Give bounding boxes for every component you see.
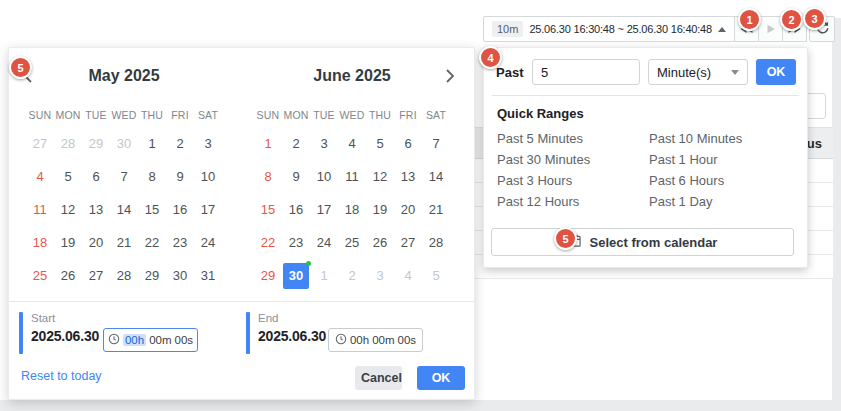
day-cell[interactable]: 26 xyxy=(366,226,394,259)
day-cell[interactable]: 7 xyxy=(110,160,138,193)
day-cell[interactable]: 12 xyxy=(54,193,82,226)
past-value-input[interactable] xyxy=(532,59,640,85)
quick-range-item[interactable]: Past 1 Hour xyxy=(649,153,742,166)
day-cell[interactable]: 29 xyxy=(254,259,282,292)
day-cell[interactable]: 18 xyxy=(338,193,366,226)
day-cell[interactable]: 22 xyxy=(138,226,166,259)
day-cell[interactable]: 12 xyxy=(366,160,394,193)
day-cell[interactable]: 3 xyxy=(310,127,338,160)
day-cell[interactable]: 8 xyxy=(254,160,282,193)
day-cell[interactable]: 10 xyxy=(194,160,222,193)
day-cell[interactable]: 14 xyxy=(422,160,450,193)
day-cell[interactable]: 17 xyxy=(310,193,338,226)
day-cell[interactable]: 11 xyxy=(338,160,366,193)
day-cell[interactable]: 2 xyxy=(338,259,366,292)
day-cell[interactable]: 4 xyxy=(338,127,366,160)
quick-range-item[interactable]: Past 30 Minutes xyxy=(497,153,649,166)
day-cell[interactable]: 2 xyxy=(282,127,310,160)
end-time-input[interactable]: 00h 00m 00s xyxy=(328,328,423,352)
day-cell[interactable]: 11 xyxy=(26,193,54,226)
cancel-button[interactable]: Cancel xyxy=(355,366,402,390)
day-cell[interactable]: 4 xyxy=(26,160,54,193)
day-cell[interactable]: 8 xyxy=(138,160,166,193)
day-cell[interactable]: 7 xyxy=(422,127,450,160)
quick-range-item[interactable]: Past 3 Hours xyxy=(497,174,649,187)
start-minutes[interactable]: 00m xyxy=(149,334,171,346)
start-hours[interactable]: 00h xyxy=(123,334,146,346)
day-cell[interactable]: 31 xyxy=(194,259,222,292)
day-cell[interactable]: 3 xyxy=(366,259,394,292)
day-cell[interactable]: 19 xyxy=(54,226,82,259)
day-cell[interactable]: 24 xyxy=(194,226,222,259)
day-cell[interactable]: 5 xyxy=(366,127,394,160)
day-number: 17 xyxy=(195,197,221,223)
day-cell[interactable]: 13 xyxy=(82,193,110,226)
day-cell[interactable]: 29 xyxy=(82,127,110,160)
quick-range-item[interactable]: Past 5 Minutes xyxy=(497,132,649,145)
day-cell[interactable]: 6 xyxy=(82,160,110,193)
start-seconds[interactable]: 00s xyxy=(175,334,194,346)
start-time-input[interactable]: 00h 00m 00s xyxy=(103,328,198,352)
day-cell[interactable]: 6 xyxy=(394,127,422,160)
day-cell[interactable]: 27 xyxy=(26,127,54,160)
day-cell[interactable]: 23 xyxy=(282,226,310,259)
day-cell[interactable]: 28 xyxy=(54,127,82,160)
day-cell[interactable]: 28 xyxy=(422,226,450,259)
day-cell[interactable]: 16 xyxy=(166,193,194,226)
day-cell[interactable]: 22 xyxy=(254,226,282,259)
weekday-label: MON xyxy=(54,109,82,121)
day-cell[interactable]: 20 xyxy=(82,226,110,259)
past-label: Past xyxy=(496,65,524,80)
day-cell[interactable]: 30 xyxy=(166,259,194,292)
day-cell[interactable]: 9 xyxy=(166,160,194,193)
day-cell[interactable]: 19 xyxy=(366,193,394,226)
day-cell[interactable]: 1 xyxy=(310,259,338,292)
day-cell[interactable]: 30 xyxy=(282,259,310,292)
reset-to-today-link[interactable]: Reset to today xyxy=(21,369,102,383)
quick-range-item[interactable]: Past 12 Hours xyxy=(497,195,649,208)
day-cell[interactable]: 1 xyxy=(254,127,282,160)
day-cell[interactable]: 4 xyxy=(394,259,422,292)
past-ok-button[interactable]: OK xyxy=(756,59,796,85)
day-cell[interactable]: 25 xyxy=(338,226,366,259)
quick-range-item[interactable]: Past 1 Day xyxy=(649,195,742,208)
day-cell[interactable]: 3 xyxy=(194,127,222,160)
quick-range-item[interactable]: Past 10 Minutes xyxy=(649,132,742,145)
unit-select[interactable]: Minute(s) xyxy=(648,59,748,85)
day-number: 7 xyxy=(423,131,449,157)
end-minutes[interactable]: 00m xyxy=(372,334,394,346)
day-cell[interactable]: 27 xyxy=(82,259,110,292)
day-cell[interactable]: 15 xyxy=(254,193,282,226)
day-cell[interactable]: 27 xyxy=(394,226,422,259)
day-cell[interactable]: 28 xyxy=(110,259,138,292)
day-cell[interactable]: 1 xyxy=(138,127,166,160)
day-cell[interactable]: 26 xyxy=(54,259,82,292)
day-cell[interactable]: 14 xyxy=(110,193,138,226)
day-cell[interactable]: 10 xyxy=(310,160,338,193)
day-cell[interactable]: 29 xyxy=(138,259,166,292)
day-cell[interactable]: 2 xyxy=(166,127,194,160)
duration-badge: 10m xyxy=(492,21,523,37)
ok-button[interactable]: OK xyxy=(417,366,465,390)
day-cell[interactable]: 23 xyxy=(166,226,194,259)
day-cell[interactable]: 5 xyxy=(422,259,450,292)
end-hours[interactable]: 00h xyxy=(350,334,369,346)
day-cell[interactable]: 18 xyxy=(26,226,54,259)
quick-range-item[interactable]: Past 6 Hours xyxy=(649,174,742,187)
day-cell[interactable]: 17 xyxy=(194,193,222,226)
day-cell[interactable]: 16 xyxy=(282,193,310,226)
day-cell[interactable]: 24 xyxy=(310,226,338,259)
day-cell[interactable]: 25 xyxy=(26,259,54,292)
time-range-selector[interactable]: 10m 25.06.30 16:30:48 ~ 25.06.30 16:40:4… xyxy=(483,16,735,42)
day-cell[interactable]: 13 xyxy=(394,160,422,193)
select-from-calendar-button[interactable]: 5 Select from calendar xyxy=(491,228,794,256)
step-badge-5-calendar: 5 xyxy=(9,56,32,79)
day-cell[interactable]: 21 xyxy=(422,193,450,226)
day-cell[interactable]: 9 xyxy=(282,160,310,193)
day-cell[interactable]: 21 xyxy=(110,226,138,259)
end-seconds[interactable]: 00s xyxy=(398,334,417,346)
day-cell[interactable]: 15 xyxy=(138,193,166,226)
day-cell[interactable]: 5 xyxy=(54,160,82,193)
day-cell[interactable]: 20 xyxy=(394,193,422,226)
day-cell[interactable]: 30 xyxy=(110,127,138,160)
